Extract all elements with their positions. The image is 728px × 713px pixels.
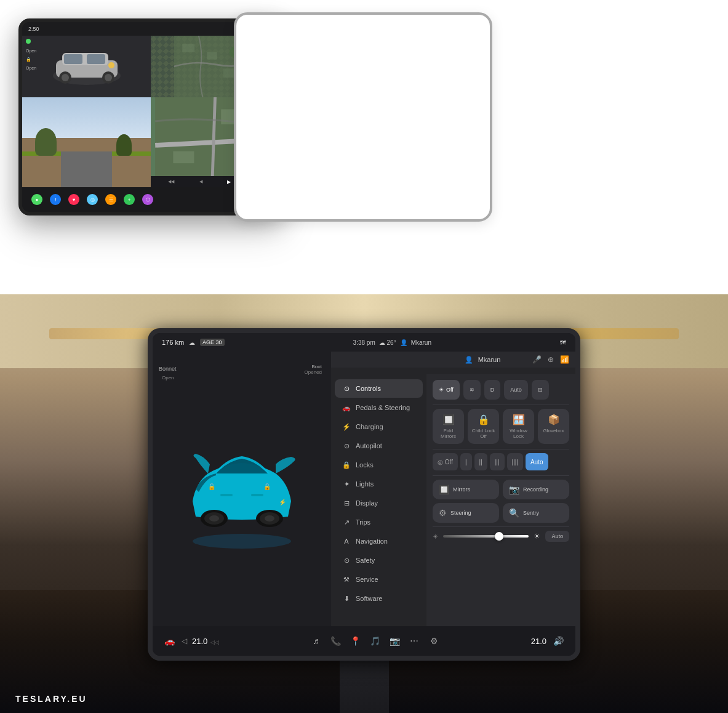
sidebar-item-controls[interactable]: ⊙ Controls bbox=[335, 379, 423, 398]
lights-dim-btn[interactable]: ≋ bbox=[463, 380, 481, 400]
sidebar-item-safety[interactable]: ⊙ Safety bbox=[335, 551, 423, 570]
brightness-thumb[interactable] bbox=[495, 532, 503, 541]
section-divider-2 bbox=[433, 449, 569, 449]
svg-rect-4 bbox=[87, 54, 105, 64]
sidebar-autopilot-label: Autopilot bbox=[356, 442, 382, 449]
tablet-app-icon-1[interactable]: ● bbox=[31, 194, 42, 205]
mirrors-recording-row: 🔲 Mirrors 📷 Recording bbox=[433, 480, 569, 499]
trips-icon: ↗ bbox=[342, 518, 351, 526]
wiper-row: ◎ Off | || ||| |||| Auto bbox=[433, 453, 569, 470]
window-lock-btn[interactable]: 🪟 Window Lock bbox=[503, 409, 534, 444]
bluetooth-icon[interactable]: ⊕ bbox=[548, 355, 554, 364]
sidebar-item-service[interactable]: ⚒ Service bbox=[335, 570, 423, 589]
controls-panel: 👤 Mkarun 🎤 ⊕ 📶 bbox=[331, 352, 575, 626]
wiper-2-btn[interactable]: || bbox=[474, 453, 487, 470]
sidebar-safety-label: Safety bbox=[356, 557, 375, 564]
fold-mirrors-icon: 🔲 bbox=[442, 414, 455, 425]
sidebar-item-autopilot[interactable]: ⊙ Autopilot bbox=[335, 437, 423, 455]
sidebar-item-locks[interactable]: 🔒 Locks bbox=[335, 456, 423, 474]
sidebar-item-pedals[interactable]: 🚗 Pedals & Steering bbox=[335, 398, 423, 417]
tablet-app-icon-5[interactable]: ☰ bbox=[105, 194, 116, 205]
svg-point-24 bbox=[265, 515, 274, 522]
sidebar-item-trips[interactable]: ↗ Trips bbox=[335, 513, 423, 531]
wiper-3-btn[interactable]: ||| bbox=[490, 453, 505, 470]
sidebar-locks-label: Locks bbox=[356, 461, 374, 469]
glovebox-btn[interactable]: 📦 Glovebox bbox=[538, 409, 569, 444]
tablet-app-icon-7[interactable]: ⬡ bbox=[142, 194, 153, 205]
wiper-4-btn[interactable]: |||| bbox=[507, 453, 523, 470]
steering-sentry-row: ⚙ Steering 🔍 Sentry bbox=[433, 503, 569, 523]
signal-icon[interactable]: 📶 bbox=[560, 355, 569, 364]
tablet-car-svg bbox=[47, 42, 127, 91]
sidebar-pedals-label: Pedals & Steering bbox=[356, 404, 410, 411]
username-label: Mkarun bbox=[478, 356, 501, 363]
status-user-icon: 👤 bbox=[400, 339, 407, 346]
lights-auto-btn[interactable]: Auto bbox=[504, 380, 528, 400]
sidebar-item-charging[interactable]: ⚡ Charging bbox=[335, 417, 423, 436]
taskbar-car-icon[interactable]: 🚗 bbox=[162, 634, 177, 648]
sentry-feature-btn[interactable]: 🔍 Sentry bbox=[503, 503, 569, 523]
sidebar-item-lights[interactable]: ✦ Lights bbox=[335, 475, 423, 493]
taskbar-camera-icon[interactable]: 📷 bbox=[387, 634, 402, 648]
lights-d-btn[interactable]: D bbox=[484, 380, 501, 400]
tablet-open-label2: Open bbox=[26, 64, 36, 73]
controls-icon: ⊙ bbox=[342, 384, 351, 393]
mirrors-feature-btn[interactable]: 🔲 Mirrors bbox=[433, 480, 499, 499]
steering-feature-btn[interactable]: ⚙ Steering bbox=[433, 503, 499, 523]
charging-icon: ⚡ bbox=[342, 422, 351, 431]
taskbar-media-icon[interactable]: 🎵 bbox=[367, 634, 382, 648]
sidebar-item-display[interactable]: ⊟ Display bbox=[335, 494, 423, 512]
taskbar-location-icon[interactable]: 📍 bbox=[348, 634, 362, 648]
status-battery-icon: AGE 30 bbox=[200, 339, 225, 346]
taskbar-music-icon[interactable]: ♬ bbox=[308, 634, 323, 648]
wiper-auto-btn[interactable]: Auto bbox=[526, 453, 548, 470]
status-left: 176 km ☁ AGE 30 bbox=[162, 339, 225, 346]
section-divider-4 bbox=[433, 526, 569, 527]
sidebar-item-software[interactable]: ⬇ Software bbox=[335, 589, 423, 608]
lights-off-btn[interactable]: ☀ Off bbox=[433, 380, 460, 400]
tablet-app-icon-4[interactable]: ◎ bbox=[87, 194, 98, 205]
taskbar-settings-icon[interactable]: ⚙ bbox=[426, 634, 441, 648]
fold-mirrors-btn[interactable]: 🔲 Fold Mirrors bbox=[433, 409, 464, 444]
screen-status-bar: 176 km ☁ AGE 30 3:38 pm ☁ 26° 👤 Mkarun 🗺 bbox=[153, 333, 575, 352]
sentry-feature-icon: 🔍 bbox=[509, 508, 519, 518]
tablet-app-icon-6[interactable]: + bbox=[124, 194, 135, 205]
sidebar-item-navigation[interactable]: A Navigation bbox=[335, 532, 423, 550]
tablet-camera-panel bbox=[22, 97, 151, 187]
sidebar-lights-label: Lights bbox=[356, 480, 374, 488]
brightness-low-icon: ☀ bbox=[433, 533, 438, 540]
recording-feature-btn[interactable]: 📷 Recording bbox=[503, 480, 569, 499]
auto-brightness-btn[interactable]: Auto bbox=[545, 531, 569, 542]
svg-rect-26 bbox=[251, 494, 263, 496]
svg-rect-11 bbox=[182, 44, 194, 52]
recording-feature-icon: 📷 bbox=[509, 485, 519, 494]
display-icon: ⊟ bbox=[342, 499, 351, 507]
lights-off-icon: ☀ bbox=[439, 387, 444, 393]
taskbar-more-icon[interactable]: ⋯ bbox=[407, 634, 422, 648]
tablet-open-label1: Open bbox=[26, 47, 36, 55]
car-viz-labels: Bonnet Open bbox=[159, 364, 177, 383]
taskbar-volume-icon[interactable]: 🔊 bbox=[551, 634, 566, 648]
taskbar-phone-icon[interactable]: 📞 bbox=[328, 634, 343, 648]
lights-extra-btn[interactable]: ⊟ bbox=[532, 380, 549, 400]
glovebox-icon: 📦 bbox=[548, 414, 560, 425]
svg-text:⚡: ⚡ bbox=[279, 498, 287, 506]
mic-icon[interactable]: 🎤 bbox=[532, 355, 542, 364]
tablet-app-icon-3[interactable]: ♥ bbox=[68, 194, 79, 205]
safety-icon: ⊙ bbox=[342, 556, 351, 565]
wiper-1-btn[interactable]: | bbox=[460, 453, 472, 470]
brightness-slider[interactable] bbox=[443, 535, 529, 538]
sidebar-software-label: Software bbox=[356, 595, 382, 602]
wiper-off-btn[interactable]: ◎ Off bbox=[433, 453, 458, 470]
svg-point-21 bbox=[209, 515, 219, 522]
light-buttons-row: ☀ Off ≋ D Auto bbox=[433, 380, 569, 400]
child-lock-btn[interactable]: 🔒 Child Lock Off bbox=[468, 409, 499, 444]
status-cloud-icon: ☁ bbox=[189, 339, 195, 346]
navigation-icon: A bbox=[342, 537, 351, 546]
screen-taskbar: 🚗 ◁ 21.0 ◁◁ ♬ 📞 📍 🎵 📷 ⋯ ⚙ bbox=[153, 626, 575, 656]
tablet-app-icon-2[interactable]: f bbox=[50, 194, 61, 205]
sidebar-service-label: Service bbox=[356, 576, 378, 583]
autopilot-icon: ⊙ bbox=[342, 441, 351, 450]
screen-content: 176 km ☁ AGE 30 3:38 pm ☁ 26° 👤 Mkarun 🗺 bbox=[153, 333, 575, 656]
taskbar-nav-prev[interactable]: ◁ bbox=[182, 637, 187, 645]
